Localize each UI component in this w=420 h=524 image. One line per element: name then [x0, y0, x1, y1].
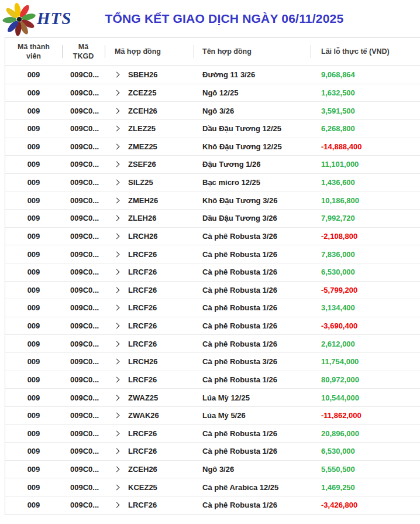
contract-name: Cà phê Arabica 12/25 — [194, 483, 311, 492]
table-row[interactable]: 009 009C0... LRCF26 Cà phê Robusta 1/26 … — [5, 299, 420, 317]
chevron-right-icon[interactable] — [114, 323, 120, 329]
account-code: 009C0... — [62, 286, 105, 294]
table-row[interactable]: 009 009C0... LRCF26 Cà phê Robusta 1/26 … — [5, 263, 420, 282]
column-header-contract-code: Mã hợp đồng — [105, 47, 194, 56]
contract-code: LRCF26 — [128, 340, 157, 348]
member-code: 009 — [5, 303, 62, 312]
table-row[interactable]: 009 009C0... ZCEZ25 Ngô 12/25 1,632,500 — [5, 84, 420, 102]
chevron-right-icon[interactable] — [114, 502, 120, 508]
member-code: 009 — [5, 411, 62, 420]
contract-code: LRCF26 — [128, 447, 157, 455]
contract-name: Lúa Mỳ 5/26 — [194, 411, 311, 420]
chevron-right-icon[interactable] — [114, 233, 120, 239]
pnl-value: 80,972,000 — [311, 375, 420, 384]
table-row[interactable]: 009 009C0... SILZ25 Bạc micro 12/25 1,43… — [5, 174, 420, 192]
chevron-right-icon[interactable] — [114, 484, 120, 490]
member-code: 009 — [5, 124, 62, 133]
contract-code: KCEZ25 — [128, 483, 157, 492]
contract-code: LRCH26 — [128, 232, 158, 241]
chevron-right-icon[interactable] — [114, 143, 120, 149]
chevron-right-icon[interactable] — [114, 215, 120, 221]
chevron-right-icon[interactable] — [114, 305, 120, 311]
table-row[interactable]: 009 009C0... ZCEH26 Ngô 3/26 3,591,500 — [5, 102, 420, 120]
contract-code: LRCF26 — [128, 321, 157, 330]
account-code: 009C0... — [62, 250, 105, 259]
page: HTS TỔNG KẾT GIAO DỊCH NGÀY 06/11/2025 M… — [0, 0, 420, 515]
account-code: 009C0... — [62, 232, 105, 241]
contract-name: Ngô 3/26 — [194, 465, 311, 474]
contract-code: ZMEH26 — [128, 196, 158, 205]
contract-name: Cà phê Robusta 1/26 — [194, 429, 311, 438]
chevron-right-icon[interactable] — [114, 108, 120, 114]
table-row[interactable]: 009 009C0... LRCH26 Cà phê Robusta 3/26 … — [5, 353, 420, 371]
chevron-right-icon[interactable] — [114, 359, 120, 365]
account-code: 009C0... — [62, 268, 105, 276]
member-code: 009 — [5, 70, 62, 79]
chevron-right-icon[interactable] — [114, 448, 120, 454]
chevron-right-icon[interactable] — [114, 341, 120, 347]
member-code: 009 — [5, 107, 62, 115]
chevron-right-icon[interactable] — [114, 197, 120, 203]
member-code: 009 — [5, 232, 62, 241]
member-code: 009 — [5, 429, 62, 438]
chevron-right-icon[interactable] — [114, 395, 120, 400]
table-row[interactable]: 009 009C0... ZMEZ25 Khô Đậu Tương 12/25 … — [5, 138, 420, 156]
contract-name: Cà phê Robusta 1/26 — [194, 447, 311, 455]
table-row[interactable]: 009 009C0... LRCF26 Cà phê Robusta 1/26 … — [5, 245, 420, 263]
table-row[interactable]: 009 009C0... LRCF26 Cà phê Robusta 1/26 … — [5, 335, 420, 353]
contract-name: Cà phê Robusta 3/26 — [194, 232, 311, 241]
table-row[interactable]: 009 009C0... LRCF26 Cà phê Robusta 1/26 … — [5, 443, 420, 461]
chevron-right-icon[interactable] — [114, 376, 120, 382]
pnl-value: 9,068,864 — [311, 70, 420, 79]
chevron-right-icon[interactable] — [114, 72, 120, 78]
chevron-right-icon[interactable] — [114, 90, 120, 95]
contract-name: Bạc micro 12/25 — [194, 178, 311, 187]
pnl-value: 6,530,000 — [311, 447, 420, 455]
member-code: 009 — [5, 250, 62, 259]
account-code: 009C0... — [62, 411, 105, 420]
table-row[interactable]: 009 009C0... LRCF26 Cà phê Robusta 1/26 … — [5, 425, 420, 443]
chevron-right-icon[interactable] — [114, 126, 120, 132]
member-code: 009 — [5, 357, 62, 366]
table-row[interactable]: 009 009C0... ZLEH26 Dầu Đậu Tương 3/26 7… — [5, 210, 420, 228]
table-row[interactable]: 009 009C0... LRCH26 Cà phê Robusta 3/26 … — [5, 228, 420, 246]
chevron-right-icon[interactable] — [114, 467, 120, 472]
chevron-right-icon[interactable] — [114, 287, 120, 293]
transactions-table: Mã thành viên Mã TKGD Mã hợp đồng Tên hợ… — [5, 37, 420, 515]
contract-name: Cà phê Robusta 1/26 — [194, 303, 311, 312]
table-row[interactable]: 009 009C0... LRCF26 Cà phê Robusta 1/26 … — [5, 317, 420, 335]
chevron-right-icon[interactable] — [114, 180, 120, 186]
chevron-right-icon[interactable] — [114, 430, 120, 436]
table-row[interactable]: 009 009C0... KCEZ25 Cà phê Arabica 12/25… — [5, 478, 420, 496]
table-body: 009 009C0... SBEH26 Đường 11 3/26 9,068,… — [5, 66, 420, 515]
member-code: 009 — [5, 286, 62, 294]
chevron-right-icon[interactable] — [114, 269, 120, 275]
account-code: 009C0... — [62, 340, 105, 348]
table-row[interactable]: 009 009C0... ZLEZ25 Dầu Đậu Tương 12/25 … — [5, 120, 420, 138]
table-row[interactable]: 009 009C0... LRCF26 Cà phê Robusta 1/26 … — [5, 371, 420, 389]
account-code: 009C0... — [62, 375, 105, 384]
contract-name: Cà phê Robusta 1/26 — [194, 375, 311, 384]
chevron-right-icon[interactable] — [114, 162, 120, 167]
contract-code: ZCEH26 — [128, 107, 157, 115]
account-code: 009C0... — [62, 429, 105, 438]
column-header-member: Mã thành viên — [5, 42, 62, 61]
chevron-right-icon[interactable] — [114, 251, 120, 257]
table-row[interactable]: 009 009C0... ZWAZ25 Lúa Mỳ 12/25 10,544,… — [5, 389, 420, 407]
account-code: 009C0... — [62, 88, 105, 97]
member-code: 009 — [5, 214, 62, 222]
table-row[interactable]: 009 009C0... ZCEH26 Ngô 3/26 5,550,500 — [5, 461, 420, 479]
account-code: 009C0... — [62, 447, 105, 455]
pnl-value: 1,632,500 — [311, 88, 420, 97]
pnl-value: -14,888,400 — [311, 142, 420, 151]
contract-code: LRCH26 — [128, 357, 158, 366]
table-row[interactable]: 009 009C0... ZSEF26 Đậu Tương 1/26 11,10… — [5, 156, 420, 174]
account-code: 009C0... — [62, 142, 105, 151]
table-row[interactable]: 009 009C0... LRCF26 Cà phê Robusta 1/26 … — [5, 282, 420, 300]
table-row[interactable]: 009 009C0... SBEH26 Đường 11 3/26 9,068,… — [5, 66, 420, 84]
member-code: 009 — [5, 393, 62, 402]
table-row[interactable]: 009 009C0... ZWAK26 Lúa Mỳ 5/26 -11,862,… — [5, 407, 420, 425]
table-row[interactable]: 009 009C0... LRCF26 Cà phê Robusta 1/26 … — [5, 496, 420, 515]
table-row[interactable]: 009 009C0... ZMEH26 Khô Đậu Tương 3/26 1… — [5, 191, 420, 210]
chevron-right-icon[interactable] — [114, 413, 120, 419]
